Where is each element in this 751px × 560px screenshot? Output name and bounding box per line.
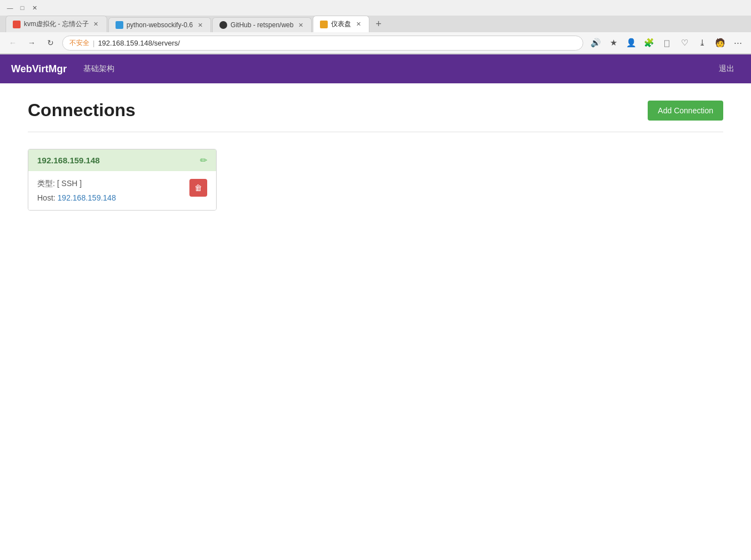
toolbar-icons: 🔊 ★ 👤 🧩 ⎕ ♡ ⤓ 🧑 ⋯ (588, 35, 745, 51)
tab-favicon-dashboard (320, 21, 328, 28)
url-separator: | (93, 39, 94, 47)
tab-github[interactable]: GitHub - retspen/web ✕ (212, 17, 312, 32)
add-connection-button[interactable]: Add Connection (648, 101, 723, 121)
tab-label-github: GitHub - retspen/web (231, 21, 293, 29)
card-type: 类型: [ SSH ] (37, 179, 116, 189)
delete-button[interactable]: 🗑 (189, 179, 207, 197)
url-text: 192.168.159.148/servers/ (98, 39, 179, 47)
address-bar: ← → ↻ 不安全 | 192.168.159.148/servers/ 🔊 ★… (0, 32, 751, 54)
card-header: 192.168.159.148 ✏ (28, 149, 216, 171)
tab-kvm[interactable]: kvm虚拟化 - 忘情公子 ✕ (6, 16, 107, 32)
profile-icon[interactable]: 👤 (623, 35, 639, 51)
host-label: Host: (37, 193, 56, 202)
url-warning: 不安全 (69, 38, 89, 48)
page-title: Connections (28, 100, 136, 121)
app-brand: WebVirtMgr (11, 63, 67, 75)
maximize-button[interactable]: □ (18, 3, 27, 12)
user-profile-icon[interactable]: 🧑 (712, 35, 728, 51)
minimize-button[interactable]: — (6, 3, 14, 12)
connection-card: 192.168.159.148 ✏ 类型: [ SSH ] Host: 192.… (28, 149, 217, 211)
forward-button[interactable]: → (24, 36, 39, 50)
type-label: 类型: (37, 179, 55, 188)
page-divider (28, 132, 723, 132)
tab-label-kvm: kvm虚拟化 - 忘情公子 (24, 19, 89, 29)
more-menu-icon[interactable]: ⋯ (730, 35, 745, 51)
host-link[interactable]: 192.168.159.148 (58, 193, 116, 202)
tabs-bar: kvm虚拟化 - 忘情公子 ✕ python-websockify-0.6 ✕ … (0, 16, 751, 32)
trash-icon: 🗑 (194, 183, 202, 192)
title-bar: — □ ✕ (0, 0, 751, 16)
tab-favicon-github (219, 21, 227, 29)
window-controls: — □ ✕ (6, 3, 39, 12)
tab-close-kvm[interactable]: ✕ (92, 21, 100, 28)
favorites-icon[interactable]: ♡ (677, 35, 692, 51)
app-navbar: WebVirtMgr 基础架构 退出 (0, 54, 751, 83)
url-bar[interactable]: 不安全 | 192.168.159.148/servers/ (62, 36, 583, 51)
tab-label-python: python-websockify-0.6 (127, 21, 193, 29)
download-icon[interactable]: ⤓ (694, 35, 710, 51)
edit-icon[interactable]: ✏ (200, 155, 207, 166)
tab-python[interactable]: python-websockify-0.6 ✕ (108, 17, 211, 32)
main-content: Connections Add Connection 192.168.159.1… (0, 83, 751, 560)
close-button[interactable]: ✕ (30, 3, 39, 12)
tab-close-github[interactable]: ✕ (297, 21, 304, 29)
tab-dashboard[interactable]: 仪表盘 ✕ (313, 16, 369, 32)
nav-link-infra[interactable]: 基础架构 (78, 61, 120, 77)
browser-chrome: — □ ✕ kvm虚拟化 - 忘情公子 ✕ python-websockify-… (0, 0, 751, 54)
back-button[interactable]: ← (6, 36, 20, 50)
split-view-icon[interactable]: ⎕ (659, 35, 674, 51)
card-body: 类型: [ SSH ] Host: 192.168.159.148 🗑 (28, 171, 216, 210)
refresh-button[interactable]: ↻ (43, 36, 58, 50)
read-aloud-icon[interactable]: 🔊 (588, 35, 603, 51)
new-tab-button[interactable]: + (371, 16, 386, 32)
tab-close-python[interactable]: ✕ (196, 21, 204, 29)
bookmark-icon[interactable]: ★ (605, 35, 621, 51)
tab-label-dashboard: 仪表盘 (331, 19, 351, 29)
page-header: Connections Add Connection (28, 100, 723, 121)
tab-close-dashboard[interactable]: ✕ (354, 21, 362, 28)
tab-favicon-kvm (13, 21, 21, 28)
card-host-info: Host: 192.168.159.148 (37, 193, 116, 202)
type-value: [ SSH ] (57, 179, 82, 188)
logout-button[interactable]: 退出 (713, 61, 740, 77)
tab-favicon-python (116, 21, 123, 29)
card-info: 类型: [ SSH ] Host: 192.168.159.148 (37, 179, 116, 202)
navbar-left: WebVirtMgr 基础架构 (11, 61, 120, 77)
extensions-icon[interactable]: 🧩 (641, 35, 657, 51)
card-host-title: 192.168.159.148 (37, 156, 100, 165)
